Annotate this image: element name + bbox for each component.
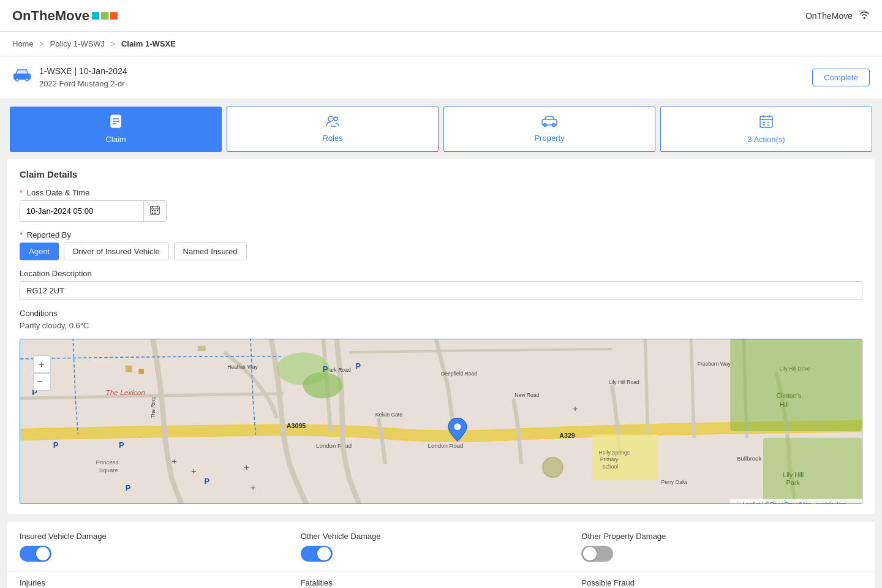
- svg-rect-76: [126, 365, 132, 372]
- location-group: Location Description: [20, 269, 862, 300]
- loss-date-group: * Loss Date & Time: [20, 188, 862, 222]
- tab-property[interactable]: Property: [443, 107, 655, 152]
- wifi-icon: [859, 10, 870, 21]
- svg-text:Holly Springs: Holly Springs: [599, 449, 630, 455]
- svg-text:Hill: Hill: [780, 401, 789, 408]
- breadcrumb-policy[interactable]: Policy 1-WSWJ: [50, 39, 105, 48]
- toggle-injuries: Injuries: [20, 578, 301, 587]
- tab-actions[interactable]: 3 Action(s): [660, 107, 872, 152]
- loss-date-input[interactable]: [20, 202, 143, 220]
- svg-text:🍃 Leaflet | ©: 🍃 Leaflet | ©: [734, 500, 770, 503]
- toggle-other-vehicle-switch[interactable]: [301, 546, 333, 562]
- logo-blocks: [92, 12, 118, 20]
- breadcrumb-current: Claim 1-WSXE: [121, 39, 176, 48]
- reported-by-group: * Reported By Agent Driver of Insured Ve…: [20, 230, 862, 260]
- toggle-other-vehicle: Other Vehicle Damage: [301, 532, 582, 562]
- toggle-possible-fraud-label: Possible Fraud: [581, 578, 862, 587]
- svg-text:−: −: [37, 375, 43, 387]
- toggle-injuries-label: Injuries: [20, 578, 301, 587]
- svg-text:+: +: [251, 481, 256, 492]
- svg-rect-29: [157, 210, 158, 211]
- svg-text:Kelvin Gate: Kelvin Gate: [375, 412, 403, 418]
- section-title: Claim Details: [20, 169, 862, 179]
- svg-point-4: [26, 79, 28, 81]
- svg-rect-30: [152, 213, 153, 214]
- svg-text:+: +: [191, 465, 197, 475]
- svg-text:The Ring: The Ring: [150, 396, 156, 418]
- conditions-group: Conditions Partly cloudy, 0.6°C: [20, 309, 862, 330]
- svg-text:P: P: [53, 440, 59, 449]
- loss-date-input-wrapper: [20, 200, 167, 222]
- tab-actions-label: 3 Action(s): [747, 135, 785, 144]
- toggle-other-property: Other Property Damage: [581, 532, 862, 562]
- reported-by-named-insured[interactable]: Named Insured: [174, 243, 247, 260]
- svg-text:+: +: [172, 455, 177, 466]
- reported-by-driver[interactable]: Driver of Insured Vehicle: [64, 243, 169, 260]
- svg-text:Lily Hill: Lily Hill: [783, 471, 804, 478]
- tab-navigation: Claim Roles Property: [0, 99, 882, 152]
- claim-id: 1-WSXE | 10-Jan-2024: [39, 65, 127, 78]
- svg-text:Heather Way: Heather Way: [227, 364, 258, 370]
- property-tab-icon: [541, 116, 557, 130]
- svg-rect-49: [730, 339, 862, 431]
- toggle-insured-vehicle: Insured Vehicle Damage: [20, 532, 301, 562]
- toggle-other-property-knob: [583, 547, 597, 560]
- conditions-value: Partly cloudy, 0.6°C: [20, 321, 862, 330]
- toggle-insured-vehicle-switch[interactable]: [20, 546, 51, 562]
- svg-rect-28: [154, 210, 156, 211]
- svg-text:P: P: [323, 364, 328, 374]
- toggle-possible-fraud: Possible Fraud: [581, 578, 862, 587]
- toggle-other-vehicle-knob: [317, 547, 331, 560]
- actions-tab-icon: [760, 115, 773, 131]
- complete-button[interactable]: Complete: [812, 69, 870, 86]
- tab-roles-label: Roles: [322, 134, 342, 143]
- svg-point-84: [454, 423, 461, 430]
- toggles-row-2: Injuries Fatalities Possible Fraud: [7, 571, 875, 589]
- svg-text:The Lexicon: The Lexicon: [106, 388, 146, 397]
- svg-text:Bullbrook: Bullbrook: [737, 455, 761, 462]
- toggle-other-vehicle-label: Other Vehicle Damage: [301, 532, 582, 541]
- logo: OnTheMove: [12, 8, 118, 24]
- roles-tab-icon: [326, 116, 339, 130]
- toggle-other-property-label: Other Property Damage: [581, 532, 862, 541]
- claim-info: 1-WSXE | 10-Jan-2024 2022 Ford Mustang 2…: [39, 65, 127, 90]
- svg-rect-78: [198, 345, 206, 351]
- toggle-fatalities: Fatalities: [301, 578, 582, 587]
- map-container[interactable]: London Road London Road A3095 A329 Park …: [20, 339, 862, 504]
- claim-header: 1-WSXE | 10-Jan-2024 2022 Ford Mustang 2…: [0, 56, 882, 99]
- user-name: OnTheMove: [805, 11, 853, 21]
- breadcrumb-home[interactable]: Home: [12, 39, 34, 48]
- header: OnTheMove OnTheMove: [0, 0, 882, 32]
- tab-claim[interactable]: Claim: [10, 107, 222, 152]
- svg-text:London Road: London Road: [316, 442, 352, 448]
- svg-text:London Road: London Road: [428, 442, 464, 448]
- claim-tab-icon: [109, 115, 123, 131]
- tab-claim-label: Claim: [105, 135, 126, 144]
- toggles-row-1: Insured Vehicle Damage Other Vehicle Dam…: [7, 521, 875, 571]
- svg-text:Square: Square: [99, 466, 118, 473]
- svg-text:Park Road: Park Road: [326, 367, 351, 373]
- breadcrumb-sep2: >: [111, 39, 116, 48]
- toggle-other-property-switch[interactable]: [581, 546, 613, 562]
- svg-rect-31: [154, 213, 156, 214]
- svg-text:A3095: A3095: [287, 421, 306, 429]
- svg-text:Deepfield Road: Deepfield Road: [441, 370, 477, 376]
- svg-point-48: [303, 372, 342, 398]
- breadcrumb: Home > Policy 1-WSWJ > Claim 1-WSXE: [0, 32, 882, 56]
- logo-block-green: [101, 12, 108, 20]
- tab-roles[interactable]: Roles: [227, 107, 439, 152]
- reported-by-label: * Reported By: [20, 230, 862, 239]
- location-input[interactable]: [20, 281, 862, 300]
- svg-text:contributors: contributors: [816, 500, 847, 503]
- tab-property-label: Property: [534, 134, 564, 143]
- toggle-insured-vehicle-label: Insured Vehicle Damage: [20, 532, 301, 541]
- svg-text:P: P: [355, 361, 361, 371]
- svg-text:P: P: [126, 483, 131, 492]
- calendar-icon[interactable]: [143, 201, 166, 221]
- reported-by-agent[interactable]: Agent: [20, 243, 59, 260]
- required-star: *: [20, 188, 23, 197]
- svg-text:Clinton's: Clinton's: [776, 392, 801, 399]
- svg-text:Park: Park: [786, 479, 801, 486]
- svg-point-46: [543, 458, 562, 477]
- logo-block-orange: [110, 12, 118, 20]
